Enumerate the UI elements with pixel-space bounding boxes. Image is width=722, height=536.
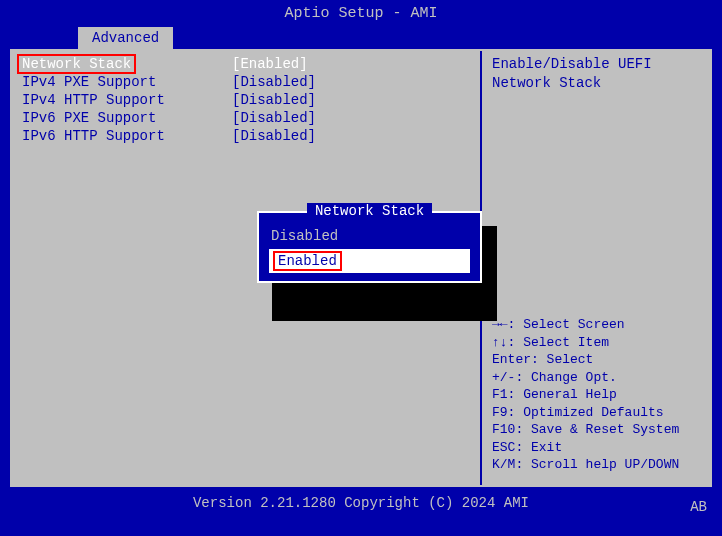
setting-label: IPv6 PXE Support	[22, 110, 232, 126]
setting-label: IPv4 HTTP Support	[22, 92, 232, 108]
highlight-box: Network Stack	[17, 54, 136, 74]
help-key-line: K/M: Scroll help UP/DOWN	[492, 456, 700, 474]
header-title: Aptio Setup - AMI	[284, 5, 437, 22]
main-content: Network Stack [Enabled] IPv4 PXE Support…	[10, 49, 712, 487]
setting-ipv4-http[interactable]: IPv4 HTTP Support [Disabled]	[22, 92, 470, 108]
popup-option-disabled[interactable]: Disabled	[261, 226, 478, 246]
setting-value: [Enabled]	[232, 56, 308, 72]
bios-header: Aptio Setup - AMI	[0, 0, 722, 27]
help-description-1: Enable/Disable UEFI	[492, 56, 700, 72]
setting-value: [Disabled]	[232, 92, 316, 108]
setting-label: Network Stack	[22, 56, 131, 72]
footer-version: Version 2.21.1280 Copyright (C) 2024 AMI	[193, 495, 529, 511]
setting-label: IPv6 HTTP Support	[22, 128, 232, 144]
help-key-line: F1: General Help	[492, 386, 700, 404]
bios-footer: Version 2.21.1280 Copyright (C) 2024 AMI…	[0, 487, 722, 519]
help-key-line: F9: Optimized Defaults	[492, 404, 700, 422]
footer-marker: AB	[690, 499, 707, 515]
help-key-line: F10: Save & Reset System	[492, 421, 700, 439]
setting-value: [Disabled]	[232, 128, 316, 144]
help-key-line: +/-: Change Opt.	[492, 369, 700, 387]
popup-dialog: Network Stack Disabled Enabled	[257, 211, 482, 283]
tab-advanced[interactable]: Advanced	[78, 27, 173, 49]
popup-option-enabled[interactable]: Enabled	[269, 249, 470, 273]
help-key-line: →←: Select Screen	[492, 316, 700, 334]
setting-label: IPv4 PXE Support	[22, 74, 232, 90]
setting-network-stack[interactable]: Network Stack [Enabled]	[22, 56, 470, 72]
tab-bar: Advanced	[0, 27, 722, 49]
help-keys: →←: Select Screen ↑↓: Select Item Enter:…	[492, 316, 700, 474]
help-key-line: ↑↓: Select Item	[492, 334, 700, 352]
setting-ipv6-pxe[interactable]: IPv6 PXE Support [Disabled]	[22, 110, 470, 126]
help-key-line: Enter: Select	[492, 351, 700, 369]
setting-value: [Disabled]	[232, 110, 316, 126]
highlight-box: Enabled	[273, 251, 342, 271]
setting-ipv4-pxe[interactable]: IPv4 PXE Support [Disabled]	[22, 74, 470, 90]
setting-ipv6-http[interactable]: IPv6 HTTP Support [Disabled]	[22, 128, 470, 144]
help-key-line: ESC: Exit	[492, 439, 700, 457]
popup-title: Network Stack	[261, 203, 478, 219]
setting-value: [Disabled]	[232, 74, 316, 90]
help-panel: Enable/Disable UEFI Network Stack →←: Se…	[480, 51, 710, 485]
help-description-2: Network Stack	[492, 75, 700, 91]
